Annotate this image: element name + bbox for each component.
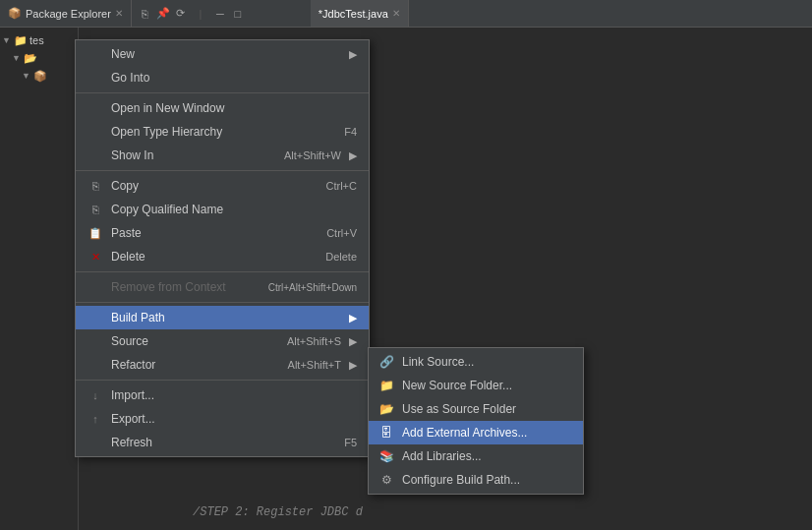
package-explorer-tab-close[interactable]: ✕: [115, 8, 123, 19]
sub-menu-item-add-libraries[interactable]: 📚 Add Libraries...: [369, 444, 583, 468]
maximize-icon[interactable]: □: [230, 6, 246, 22]
tree-item-test-project[interactable]: ▼ 📁 tes: [0, 31, 78, 49]
menu-item-source[interactable]: Source Alt+Shift+S ▶: [76, 329, 369, 353]
menu-label-paste: Paste: [111, 226, 319, 240]
menu-item-show-in[interactable]: Show In Alt+Shift+W ▶: [76, 144, 369, 167]
menu-label-remove-context: Remove from Context: [111, 280, 261, 294]
package-explorer-tab-label: Package Explorer: [26, 8, 111, 20]
sub-menu-item-use-source-folder[interactable]: 📂 Use as Source Folder: [369, 397, 583, 421]
go-into-icon: [87, 70, 103, 86]
remove-context-shortcut: Ctrl+Alt+Shift+Down: [268, 282, 357, 293]
menu-label-go-into: Go Into: [111, 71, 357, 85]
menu-label-copy-qualified: Copy Qualified Name: [111, 203, 357, 216]
add-external-archives-icon: 🗄: [378, 425, 394, 441]
jdbc-test-tab-label: *JdbcTest.java: [319, 8, 388, 20]
expand-arrow-test: ▼: [2, 35, 12, 45]
menu-item-remove-context[interactable]: Remove from Context Ctrl+Alt+Shift+Down: [76, 275, 369, 299]
menu-item-copy[interactable]: ⎘ Copy Ctrl+C: [76, 174, 369, 198]
type-hierarchy-icon: [87, 124, 103, 140]
configure-build-path-icon: ⚙: [378, 472, 394, 488]
menu-item-refactor[interactable]: Refactor Alt+Shift+T ▶: [76, 353, 369, 377]
sub-menu-item-link-source[interactable]: 🔗 Link Source...: [369, 350, 583, 374]
menu-label-import: Import...: [111, 388, 357, 402]
refactor-shortcut: Alt+Shift+T: [288, 359, 341, 371]
top-bar: 📦 Package Explorer ✕ ⎘ 📌 ⟳ | ─ □ *JdbcTe…: [0, 0, 812, 28]
separator-1: [76, 92, 369, 93]
new-icon: [87, 46, 103, 62]
menu-label-type-hierarchy: Open Type Hierarchy: [111, 125, 336, 139]
context-menu: New ▶ Go Into Open in New Window Open Ty…: [75, 39, 370, 457]
menu-item-new[interactable]: New ▶: [76, 42, 369, 66]
menu-label-open-window: Open in New Window: [111, 101, 357, 115]
show-in-shortcut: Alt+Shift+W: [284, 149, 341, 161]
copy-shortcut: Ctrl+C: [326, 180, 357, 192]
menu-item-build-path[interactable]: Build Path ▶: [76, 306, 369, 329]
tree-item-src[interactable]: ▼ 📂: [0, 49, 78, 67]
menu-item-delete[interactable]: ✕ Delete Delete: [76, 245, 369, 268]
paste-icon: 📋: [87, 225, 103, 241]
new-arrow: ▶: [349, 48, 357, 61]
menu-label-show-in: Show In: [111, 148, 276, 162]
sub-context-menu-build-path: 🔗 Link Source... 📁 New Source Folder... …: [368, 347, 584, 495]
menu-label-build-path: Build Path: [111, 311, 341, 324]
source-icon: [87, 333, 103, 349]
copy-icon: ⎘: [87, 178, 103, 194]
jdbc-test-tab[interactable]: *JdbcTest.java ✕: [311, 0, 409, 27]
pin-icon[interactable]: 📌: [155, 6, 171, 22]
separator-5: [76, 380, 369, 381]
menu-item-paste[interactable]: 📋 Paste Ctrl+V: [76, 221, 369, 245]
delete-icon: ✕: [87, 249, 103, 265]
sync-icon[interactable]: ⟳: [173, 6, 189, 22]
menu-label-copy: Copy: [111, 179, 319, 193]
show-in-arrow: ▶: [349, 149, 357, 162]
package-explorer-panel: ▼ 📁 tes ▼ 📂 ▼ 📦: [0, 28, 79, 530]
add-libraries-icon: 📚: [378, 448, 394, 464]
open-window-icon: [87, 100, 103, 116]
remove-context-icon: [87, 279, 103, 295]
menu-item-go-into[interactable]: Go Into: [76, 66, 369, 89]
refactor-icon: [87, 357, 103, 373]
toolbar-icons: ⎘ 📌 ⟳ | ─ □: [132, 6, 252, 22]
sub-menu-label-use-source-folder: Use as Source Folder: [402, 402, 516, 416]
menu-item-import[interactable]: ↓ Import...: [76, 383, 369, 407]
refresh-icon: [87, 435, 103, 450]
sub-menu-label-link-source: Link Source...: [402, 355, 474, 369]
menu-label-refactor: Refactor: [111, 358, 280, 372]
new-source-folder-icon: 📁: [378, 378, 394, 393]
tree-item-package[interactable]: ▼ 📦: [0, 67, 78, 85]
jdbc-test-tab-close[interactable]: ✕: [392, 8, 400, 19]
menu-label-export: Export...: [111, 412, 357, 426]
sub-menu-item-add-external-archives[interactable]: 🗄 Add External Archives...: [369, 421, 583, 444]
menu-item-refresh[interactable]: Refresh F5: [76, 431, 369, 454]
project-icon: 📁: [14, 33, 28, 47]
menu-item-open-type-hierarchy[interactable]: Open Type Hierarchy F4: [76, 120, 369, 144]
delete-shortcut: Delete: [325, 251, 357, 263]
use-source-folder-icon: 📂: [378, 401, 394, 417]
separator-4: [76, 302, 369, 303]
expand-arrow-pkg: ▼: [22, 71, 31, 81]
tree-area: ▼ 📁 tes ▼ 📂 ▼ 📦: [0, 28, 78, 530]
link-source-icon: 🔗: [378, 354, 394, 370]
separator-2: [76, 170, 369, 171]
refactor-arrow: ▶: [349, 359, 357, 372]
copy-to-clipboard-icon[interactable]: ⎘: [138, 6, 153, 22]
paste-shortcut: Ctrl+V: [326, 227, 357, 239]
sub-menu-item-configure-build-path[interactable]: ⚙ Configure Build Path...: [369, 468, 583, 492]
refresh-shortcut: F5: [344, 437, 357, 448]
menu-item-copy-qualified[interactable]: ⎘ Copy Qualified Name: [76, 198, 369, 221]
sub-menu-label-new-source-folder: New Source Folder...: [402, 379, 512, 392]
expand-arrow-src: ▼: [12, 53, 22, 63]
menu-item-export[interactable]: ↑ Export...: [76, 407, 369, 431]
package-explorer-tab[interactable]: 📦 Package Explorer ✕: [0, 0, 132, 27]
menu-label-delete: Delete: [111, 250, 318, 264]
type-hierarchy-shortcut: F4: [344, 126, 357, 138]
src-folder-icon: 📂: [24, 51, 37, 65]
import-icon: ↓: [87, 387, 103, 403]
copy-qualified-icon: ⎘: [87, 202, 103, 217]
package-explorer-tab-icon: 📦: [8, 7, 22, 20]
sub-menu-item-new-source-folder[interactable]: 📁 New Source Folder...: [369, 374, 583, 397]
menu-item-open-new-window[interactable]: Open in New Window: [76, 96, 369, 120]
menu-label-refresh: Refresh: [111, 436, 336, 449]
minimize-icon[interactable]: ─: [212, 6, 228, 22]
source-shortcut: Alt+Shift+S: [287, 335, 341, 347]
